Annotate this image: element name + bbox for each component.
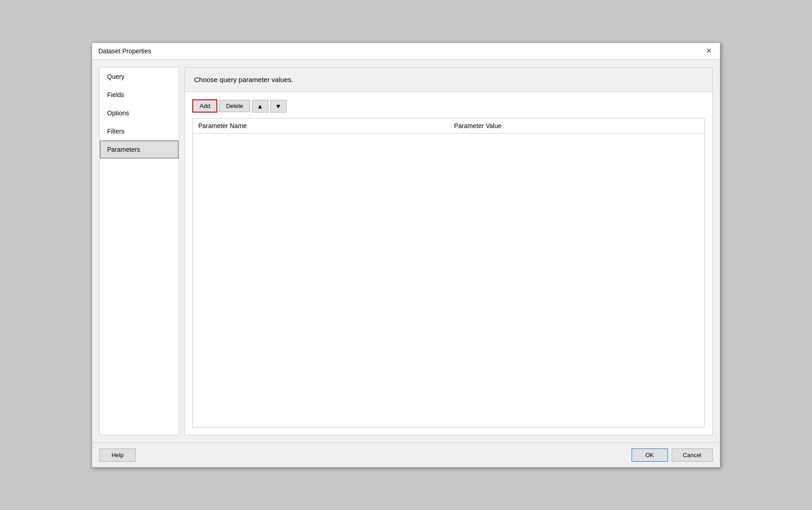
move-down-icon: ▼ [275, 103, 282, 110]
main-header-title: Choose query parameter values. [194, 76, 293, 83]
sidebar-item-parameters[interactable]: Parameters [100, 140, 179, 159]
dialog-body: Query Fields Options Filters Parameters … [92, 60, 720, 443]
dialog-footer: Help OK Cancel [92, 443, 720, 467]
dialog-title: Dataset Properties [98, 47, 151, 55]
main-header: Choose query parameter values. [185, 67, 712, 92]
help-button[interactable]: Help [99, 448, 136, 462]
ok-button[interactable]: OK [632, 448, 668, 462]
move-down-button[interactable]: ▼ [270, 100, 287, 113]
title-bar: Dataset Properties ✕ [92, 43, 720, 60]
main-panel: Choose query parameter values. Add Delet… [185, 67, 713, 435]
main-content: Add Delete ▲ ▼ Parameter Name [185, 92, 712, 435]
close-button[interactable]: ✕ [704, 47, 714, 55]
col-parameter-value: Parameter Value [449, 118, 705, 134]
move-up-icon: ▲ [257, 103, 263, 110]
delete-button[interactable]: Delete [219, 100, 250, 112]
parameters-toolbar: Add Delete ▲ ▼ [192, 99, 705, 113]
sidebar-item-query[interactable]: Query [100, 67, 179, 86]
sidebar-item-options[interactable]: Options [100, 104, 179, 122]
sidebar: Query Fields Options Filters Parameters [99, 67, 179, 435]
add-button[interactable]: Add [192, 99, 217, 113]
parameters-table: Parameter Name Parameter Value [192, 118, 705, 428]
sidebar-item-fields[interactable]: Fields [100, 86, 179, 104]
sidebar-item-filters[interactable]: Filters [100, 122, 179, 140]
col-parameter-name: Parameter Name [193, 118, 449, 134]
cancel-button[interactable]: Cancel [672, 448, 713, 462]
footer-actions: OK Cancel [632, 448, 713, 462]
dataset-properties-dialog: Dataset Properties ✕ Query Fields Option… [92, 42, 720, 468]
move-up-button[interactable]: ▲ [252, 100, 268, 113]
